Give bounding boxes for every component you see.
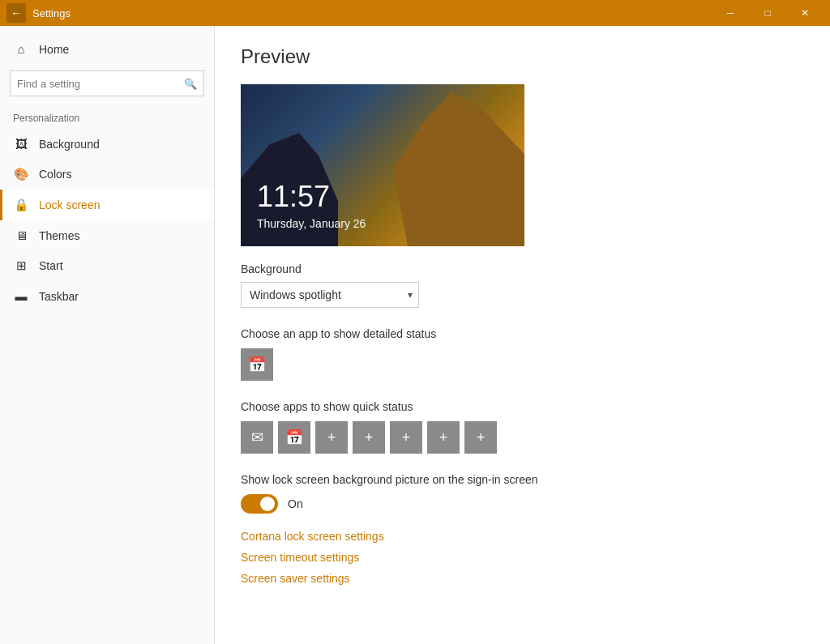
calendar-icon: 📅 — [285, 429, 303, 446]
mail-icon: ✉ — [251, 429, 263, 446]
detailed-status-label: Choose an app to show detailed status — [241, 327, 804, 340]
titlebar-left: ← Settings — [6, 3, 71, 23]
sidebar-item-label: Colors — [39, 168, 71, 181]
back-button[interactable]: ← — [6, 3, 26, 23]
app-body: ⌂ Home 🔍 Personalization 🖼 Background 🎨 … — [0, 26, 830, 644]
rock-right-decoration — [379, 92, 524, 246]
search-icon: 🔍 — [184, 78, 197, 90]
quick-status-label: Choose apps to show quick status — [241, 400, 804, 413]
sidebar-item-start[interactable]: ⊞ Start — [0, 250, 214, 281]
screen-timeout-link[interactable]: Screen timeout settings — [241, 551, 804, 564]
search-input[interactable] — [17, 78, 184, 90]
toggle-thumb — [260, 497, 275, 511]
home-label: Home — [39, 43, 69, 56]
quick-status-add-1[interactable]: + — [315, 421, 348, 454]
sidebar-item-label: Lock screen — [39, 198, 100, 211]
toggle-track[interactable] — [241, 494, 278, 514]
search-box[interactable]: 🔍 — [10, 70, 204, 96]
sign-in-toggle[interactable] — [241, 494, 278, 514]
taskbar-icon: ▬ — [13, 289, 29, 303]
minimize-button[interactable]: ─ — [712, 0, 749, 26]
quick-status-calendar-icon[interactable]: 📅 — [278, 421, 310, 454]
home-icon: ⌂ — [13, 42, 29, 56]
preview-time: 11:57 — [257, 180, 330, 214]
quick-status-add-3[interactable]: + — [390, 421, 422, 454]
colors-icon: 🎨 — [13, 167, 29, 181]
titlebar: ← Settings ─ □ ✕ — [0, 0, 830, 26]
app-title: Settings — [32, 7, 71, 19]
sidebar-section-label: Personalization — [0, 103, 214, 129]
background-section-label: Background — [241, 262, 804, 275]
sidebar-item-label: Taskbar — [39, 290, 79, 303]
quick-status-mail-icon[interactable]: ✉ — [241, 421, 273, 454]
screen-saver-link[interactable]: Screen saver settings — [241, 572, 804, 585]
cortana-lock-screen-link[interactable]: Cortana lock screen settings — [241, 530, 804, 543]
plus-icon-5: + — [477, 429, 486, 446]
quick-status-add-4[interactable]: + — [427, 421, 460, 454]
page-title: Preview — [241, 45, 804, 68]
sign-in-toggle-row: On — [241, 494, 804, 514]
plus-icon-2: + — [365, 429, 374, 446]
content-area: Preview 11:57 Thursday, January 26 Backg… — [215, 26, 830, 644]
sidebar-item-lockscreen[interactable]: 🔒 Lock screen — [0, 190, 214, 220]
background-dropdown[interactable]: Windows spotlight Picture Slideshow — [241, 282, 419, 308]
sign-in-toggle-label: Show lock screen background picture on t… — [241, 473, 565, 486]
plus-icon-1: + — [327, 429, 336, 446]
background-dropdown-wrapper: Windows spotlight Picture Slideshow ▾ — [241, 282, 419, 308]
quick-status-icons: ✉ 📅 + + + + + — [241, 421, 804, 454]
sidebar-item-label: Start — [39, 259, 63, 272]
detailed-status-calendar-icon[interactable]: 📅 — [241, 348, 273, 381]
quick-status-add-2[interactable]: + — [353, 421, 385, 454]
close-button[interactable]: ✕ — [786, 0, 824, 26]
sidebar-item-home[interactable]: ⌂ Home — [0, 34, 214, 64]
preview-date: Thursday, January 26 — [257, 217, 366, 230]
calendar-icon: 📅 — [248, 356, 266, 373]
themes-icon: 🖥 — [13, 228, 29, 242]
window-controls: ─ □ ✕ — [712, 0, 824, 26]
sidebar-item-label: Themes — [39, 229, 80, 242]
plus-icon-3: + — [402, 429, 411, 446]
maximize-button[interactable]: □ — [749, 0, 786, 26]
lockscreen-icon: 🔒 — [13, 198, 29, 212]
sidebar-item-background[interactable]: 🖼 Background — [0, 129, 214, 159]
sidebar-item-colors[interactable]: 🎨 Colors — [0, 159, 214, 190]
back-icon: ← — [11, 6, 22, 19]
sidebar-item-themes[interactable]: 🖥 Themes — [0, 220, 214, 250]
start-icon: ⊞ — [13, 258, 29, 273]
toggle-on-label: On — [288, 497, 303, 510]
sidebar-item-label: Background — [39, 138, 100, 151]
lock-screen-preview: 11:57 Thursday, January 26 — [241, 84, 524, 246]
sidebar: ⌂ Home 🔍 Personalization 🖼 Background 🎨 … — [0, 26, 215, 644]
background-icon: 🖼 — [13, 137, 29, 151]
quick-status-add-5[interactable]: + — [464, 421, 497, 454]
sidebar-item-taskbar[interactable]: ▬ Taskbar — [0, 281, 214, 311]
plus-icon-4: + — [439, 429, 448, 446]
detailed-status-icons: 📅 — [241, 348, 804, 381]
